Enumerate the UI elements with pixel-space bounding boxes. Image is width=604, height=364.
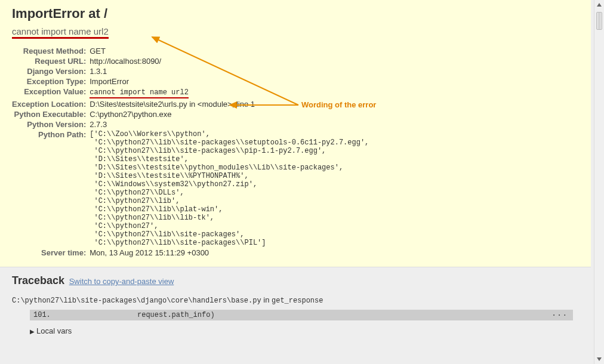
traceback-frame: C:\python27\lib\site-packages\django\cor… <box>12 295 579 335</box>
exception-type-value: ImportError <box>90 76 369 87</box>
exception-location-label: Exception Location: <box>12 99 90 109</box>
exception-location-value: D:\Sites\testsite\site2\urls.py in <modu… <box>90 99 369 109</box>
switch-view-link[interactable]: Switch to copy-and-paste view <box>69 277 174 286</box>
local-vars-label: Local vars <box>36 326 72 335</box>
code-line[interactable]: 101.request.path_info)... <box>30 310 573 320</box>
python-version-value: 2.7.3 <box>90 119 369 129</box>
code-text: request.path_info) <box>60 311 215 319</box>
frame-in-word: in <box>261 295 272 304</box>
summary-section: ImportError at / cannot import name url2… <box>0 0 591 267</box>
frame-func: get_response <box>272 297 323 305</box>
scroll-thumb[interactable] <box>596 12 602 30</box>
python-path-value: ['C:\\Zoo\\Workers\\python', 'C:\\python… <box>90 130 369 247</box>
python-version-label: Python Version: <box>12 119 90 129</box>
django-version-label: Django Version: <box>12 66 90 76</box>
scroll-up-icon <box>597 3 602 7</box>
request-meta-table: Request Method: GET Request URL: http://… <box>12 46 369 258</box>
triangle-right-icon: ▶ <box>30 328 35 335</box>
code-ellipsis: ... <box>551 310 568 318</box>
python-exe-label: Python Executable: <box>12 109 90 119</box>
request-method-label: Request Method: <box>12 46 90 56</box>
scroll-down-icon <box>597 357 602 361</box>
traceback-heading: Traceback <box>12 274 64 286</box>
error-path: / <box>104 6 107 21</box>
frame-file: C:\python27\lib\site-packages\django\cor… <box>12 297 261 305</box>
local-vars-toggle[interactable]: ▶Local vars <box>30 326 579 335</box>
python-path-label: Python Path: <box>12 129 90 248</box>
error-type: ImportError at <box>12 6 104 21</box>
server-time-label: Server time: <box>12 248 90 258</box>
vertical-scrollbar[interactable] <box>594 0 604 364</box>
exception-value: cannot import name url2 <box>90 88 189 98</box>
exception-type-label: Exception Type: <box>12 76 90 87</box>
error-title: ImportError at / <box>12 6 579 21</box>
request-url-value: http://localhost:8090/ <box>90 56 369 66</box>
server-time-value: Mon, 13 Aug 2012 15:11:29 +0300 <box>90 248 369 258</box>
request-url-label: Request URL: <box>12 56 90 66</box>
traceback-section: Traceback Switch to copy-and-paste view … <box>0 267 591 347</box>
frame-location: C:\python27\lib\site-packages\django\cor… <box>12 295 579 305</box>
error-message: cannot import name url2 <box>12 26 109 39</box>
request-method-value: GET <box>90 46 369 56</box>
django-version-value: 1.3.1 <box>90 66 369 76</box>
python-exe-value: C:\python27\python.exe <box>90 109 369 119</box>
exception-value-label: Exception Value: <box>12 87 90 99</box>
code-lineno: 101. <box>30 311 60 319</box>
